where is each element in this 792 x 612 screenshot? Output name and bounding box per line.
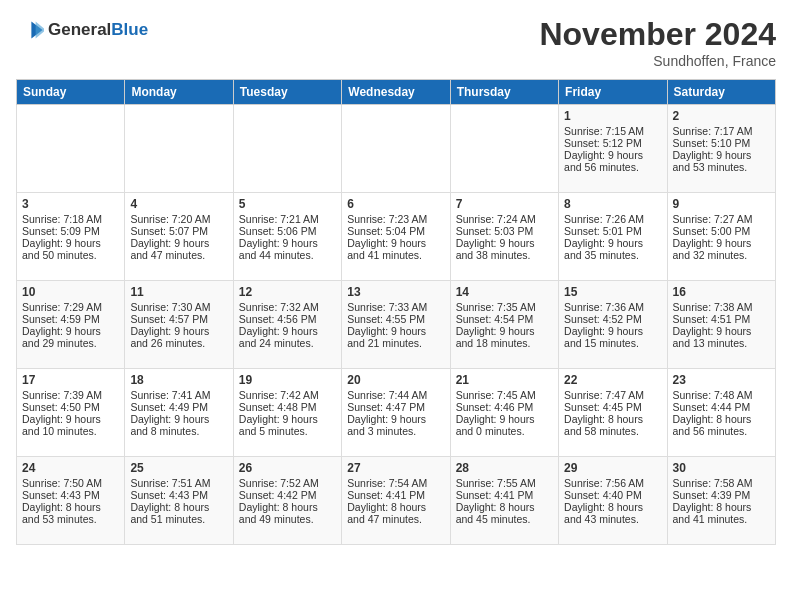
calendar-cell: 20Sunrise: 7:44 AMSunset: 4:47 PMDayligh… [342, 369, 450, 457]
calendar-cell [17, 105, 125, 193]
day-info: Daylight: 9 hours and 15 minutes. [564, 325, 661, 349]
day-info: Sunrise: 7:32 AM [239, 301, 336, 313]
calendar-cell: 23Sunrise: 7:48 AMSunset: 4:44 PMDayligh… [667, 369, 775, 457]
day-info: Sunrise: 7:38 AM [673, 301, 770, 313]
page-header: GeneralBlue November 2024 Sundhoffen, Fr… [16, 16, 776, 69]
day-info: Daylight: 9 hours and 56 minutes. [564, 149, 661, 173]
day-info: Daylight: 9 hours and 35 minutes. [564, 237, 661, 261]
day-info: Sunrise: 7:36 AM [564, 301, 661, 313]
day-number: 22 [564, 373, 661, 387]
day-number: 28 [456, 461, 553, 475]
calendar-cell: 22Sunrise: 7:47 AMSunset: 4:45 PMDayligh… [559, 369, 667, 457]
day-number: 21 [456, 373, 553, 387]
day-info: Sunrise: 7:18 AM [22, 213, 119, 225]
calendar-cell: 6Sunrise: 7:23 AMSunset: 5:04 PMDaylight… [342, 193, 450, 281]
day-info: Sunset: 4:52 PM [564, 313, 661, 325]
calendar-cell [233, 105, 341, 193]
day-info: Sunset: 4:42 PM [239, 489, 336, 501]
day-number: 17 [22, 373, 119, 387]
calendar-cell: 12Sunrise: 7:32 AMSunset: 4:56 PMDayligh… [233, 281, 341, 369]
day-info: Sunset: 4:57 PM [130, 313, 227, 325]
day-number: 5 [239, 197, 336, 211]
calendar-cell: 10Sunrise: 7:29 AMSunset: 4:59 PMDayligh… [17, 281, 125, 369]
calendar-cell: 24Sunrise: 7:50 AMSunset: 4:43 PMDayligh… [17, 457, 125, 545]
logo: GeneralBlue [16, 16, 148, 44]
day-number: 25 [130, 461, 227, 475]
day-info: Sunrise: 7:44 AM [347, 389, 444, 401]
day-info: Sunrise: 7:52 AM [239, 477, 336, 489]
day-info: Sunrise: 7:15 AM [564, 125, 661, 137]
day-info: Daylight: 9 hours and 0 minutes. [456, 413, 553, 437]
day-info: Daylight: 9 hours and 29 minutes. [22, 325, 119, 349]
day-header-monday: Monday [125, 80, 233, 105]
day-info: Daylight: 9 hours and 50 minutes. [22, 237, 119, 261]
day-info: Sunrise: 7:55 AM [456, 477, 553, 489]
calendar-cell: 3Sunrise: 7:18 AMSunset: 5:09 PMDaylight… [17, 193, 125, 281]
day-info: Daylight: 9 hours and 44 minutes. [239, 237, 336, 261]
day-info: Daylight: 9 hours and 13 minutes. [673, 325, 770, 349]
day-number: 24 [22, 461, 119, 475]
day-number: 1 [564, 109, 661, 123]
day-info: Sunrise: 7:47 AM [564, 389, 661, 401]
day-info: Daylight: 8 hours and 51 minutes. [130, 501, 227, 525]
calendar-cell [125, 105, 233, 193]
calendar-cell: 18Sunrise: 7:41 AMSunset: 4:49 PMDayligh… [125, 369, 233, 457]
day-info: Daylight: 9 hours and 8 minutes. [130, 413, 227, 437]
calendar-cell: 26Sunrise: 7:52 AMSunset: 4:42 PMDayligh… [233, 457, 341, 545]
day-info: Sunrise: 7:58 AM [673, 477, 770, 489]
calendar-cell: 27Sunrise: 7:54 AMSunset: 4:41 PMDayligh… [342, 457, 450, 545]
location-subtitle: Sundhoffen, France [539, 53, 776, 69]
day-info: Daylight: 9 hours and 3 minutes. [347, 413, 444, 437]
day-info: Sunrise: 7:42 AM [239, 389, 336, 401]
day-info: Sunset: 5:01 PM [564, 225, 661, 237]
day-number: 26 [239, 461, 336, 475]
calendar-cell: 15Sunrise: 7:36 AMSunset: 4:52 PMDayligh… [559, 281, 667, 369]
day-info: Daylight: 8 hours and 49 minutes. [239, 501, 336, 525]
day-number: 20 [347, 373, 444, 387]
day-info: Sunrise: 7:48 AM [673, 389, 770, 401]
day-info: Daylight: 8 hours and 41 minutes. [673, 501, 770, 525]
day-info: Sunset: 4:43 PM [22, 489, 119, 501]
day-info: Sunrise: 7:30 AM [130, 301, 227, 313]
day-header-tuesday: Tuesday [233, 80, 341, 105]
calendar-cell: 25Sunrise: 7:51 AMSunset: 4:43 PMDayligh… [125, 457, 233, 545]
day-info: Sunset: 4:51 PM [673, 313, 770, 325]
day-info: Sunset: 4:54 PM [456, 313, 553, 325]
day-info: Sunrise: 7:56 AM [564, 477, 661, 489]
calendar-cell: 1Sunrise: 7:15 AMSunset: 5:12 PMDaylight… [559, 105, 667, 193]
day-info: Daylight: 9 hours and 32 minutes. [673, 237, 770, 261]
day-info: Sunset: 4:41 PM [347, 489, 444, 501]
day-number: 8 [564, 197, 661, 211]
day-info: Daylight: 9 hours and 5 minutes. [239, 413, 336, 437]
day-info: Daylight: 8 hours and 43 minutes. [564, 501, 661, 525]
day-info: Sunrise: 7:45 AM [456, 389, 553, 401]
title-block: November 2024 Sundhoffen, France [539, 16, 776, 69]
day-info: Sunset: 4:44 PM [673, 401, 770, 413]
calendar-cell [342, 105, 450, 193]
day-info: Daylight: 8 hours and 47 minutes. [347, 501, 444, 525]
day-number: 14 [456, 285, 553, 299]
day-number: 13 [347, 285, 444, 299]
day-info: Sunset: 5:07 PM [130, 225, 227, 237]
day-info: Sunset: 4:59 PM [22, 313, 119, 325]
day-number: 3 [22, 197, 119, 211]
day-info: Sunset: 4:40 PM [564, 489, 661, 501]
day-info: Sunset: 4:43 PM [130, 489, 227, 501]
day-number: 23 [673, 373, 770, 387]
day-info: Sunrise: 7:33 AM [347, 301, 444, 313]
day-info: Daylight: 8 hours and 56 minutes. [673, 413, 770, 437]
day-number: 2 [673, 109, 770, 123]
calendar-cell: 29Sunrise: 7:56 AMSunset: 4:40 PMDayligh… [559, 457, 667, 545]
day-number: 30 [673, 461, 770, 475]
day-info: Daylight: 8 hours and 58 minutes. [564, 413, 661, 437]
day-number: 27 [347, 461, 444, 475]
day-info: Sunset: 4:55 PM [347, 313, 444, 325]
calendar-cell: 11Sunrise: 7:30 AMSunset: 4:57 PMDayligh… [125, 281, 233, 369]
day-info: Sunrise: 7:17 AM [673, 125, 770, 137]
day-info: Sunrise: 7:50 AM [22, 477, 119, 489]
calendar-cell: 28Sunrise: 7:55 AMSunset: 4:41 PMDayligh… [450, 457, 558, 545]
day-info: Sunset: 4:48 PM [239, 401, 336, 413]
day-info: Sunrise: 7:35 AM [456, 301, 553, 313]
day-info: Sunrise: 7:29 AM [22, 301, 119, 313]
calendar-cell: 30Sunrise: 7:58 AMSunset: 4:39 PMDayligh… [667, 457, 775, 545]
